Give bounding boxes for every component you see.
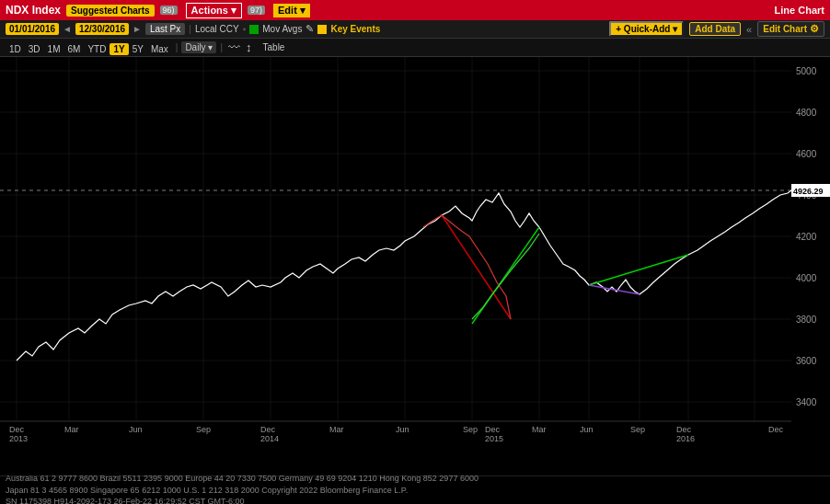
x-label-dec2014: Dec [260,425,276,434]
top-bar: NDX Index Suggested Charts 96) Actions ▾… [0,0,830,20]
date-from[interactable]: 01/01/2016 [6,23,59,35]
period-btn-5y[interactable]: 5Y [129,43,147,55]
bottom-line-3: SN 1175398 H914-2092-173 26-Feb-22 16:29… [6,496,824,504]
y-label-3400: 3400 [796,397,817,407]
period-btn-1d[interactable]: 1D [6,43,25,55]
x-label-2014: 2014 [260,434,279,443]
quick-add-button[interactable]: + Quick-Add ▾ [609,21,684,37]
edit-chart-label: Edit Chart [763,24,807,34]
x-label-dec2: Dec [768,425,784,434]
bottom-line-2: Japan 81 3 4565 8900 Singapore 65 6212 1… [6,485,824,497]
daily-button[interactable]: Daily ▾ [181,41,216,53]
chart-title: NDX Index [6,4,61,17]
purple-trend-line [589,285,640,294]
second-bar: 01/01/2016 ◄ 12/30/2016 ► Last Px | Loca… [0,20,830,39]
main-price-line [17,190,791,361]
pencil-icon[interactable]: ✎ [305,23,314,35]
second-bar-right: + Quick-Add ▾ Add Data « Edit Chart ⚙ [609,21,824,37]
y-label-4600: 4600 [796,149,817,159]
x-label-2016: 2016 [676,434,695,443]
price-tag-value: 4926.29 [793,187,824,196]
period-btn-1m[interactable]: 1M [44,43,64,55]
chart-type-buttons: 〰 ↕ [226,40,254,54]
y-label-3800: 3800 [796,315,817,325]
key-events-color-box [317,25,327,34]
y-label-4800: 4800 [796,108,817,118]
x-label-dec2015: Dec [485,425,501,434]
red-ma-line [423,215,511,319]
y-label-4000: 4000 [796,273,817,283]
x-label-dec2013: Dec [9,425,25,434]
last-px-label[interactable]: Last Px [145,23,185,35]
suggested-charts-button[interactable]: Suggested Charts [66,5,155,17]
chart-svg: 5000 4800 4600 4400 4200 4000 3800 3600 … [0,57,830,475]
edit-chart-button[interactable]: Edit Chart ⚙ [757,21,824,37]
x-label-mar2016: Mar [532,425,547,434]
date-left-arrow[interactable]: ◄ [63,24,72,34]
red-trend-line [442,215,511,319]
x-label-sep2014: Sep [196,425,211,434]
x-label-dec2016: Dec [676,425,692,434]
y-label-3600: 3600 [796,356,817,366]
green-trend-line-2 [589,255,688,285]
gear-icon: ⚙ [810,23,819,35]
x-label-sep2016: Sep [630,425,645,434]
actions-button[interactable]: Actions ▾ [186,3,242,18]
y-label-4200: 4200 [796,232,817,242]
x-label-mar2015: Mar [329,425,344,434]
table-button[interactable]: Table [263,42,285,52]
add-data-button[interactable]: Add Data [689,22,741,36]
period-btn-6m[interactable]: 6M [64,43,85,55]
edit-badge: 97) [248,6,265,15]
x-label-2013: 2013 [9,434,28,443]
third-bar: 1D3D1M6MYTD1Y5YMax | Daily ▾ | 〰 ↕ Table [0,39,830,57]
period-btn-3d[interactable]: 3D [25,43,44,55]
double-arrow-icon[interactable]: « [746,24,752,35]
bottom-bar: Australia 61 2 9777 8600 Brazil 5511 239… [0,475,830,504]
x-label-mar2014: Mar [64,425,79,434]
x-label-2015: 2015 [485,434,503,443]
edit-button[interactable]: Edit ▾ [273,4,310,17]
period-btn-max[interactable]: Max [147,43,172,55]
key-events-label[interactable]: Key Events [330,24,380,34]
chart-type-label: Line Chart [775,5,824,16]
x-label-jun2016: Jun [580,425,594,434]
x-label-jun2014: Jun [129,425,143,434]
period-btn-1y[interactable]: 1Y [110,43,128,55]
period-buttons-group: 1D3D1M6MYTD1Y5YMax [6,40,172,56]
period-btn-ytd[interactable]: YTD [84,43,110,55]
mov-avgs-color-box [249,25,259,34]
sep1: | [189,24,191,34]
x-label-jun2015: Jun [396,425,409,434]
x-label-sep2015: Sep [463,425,478,434]
mov-avgs-label[interactable]: Mov Avgs [262,24,302,34]
y-label-5000: 5000 [796,66,817,76]
sep2: ▪ [243,24,247,34]
date-right-arrow[interactable]: ► [133,24,142,34]
local-ccy-label[interactable]: Local CCY [195,24,239,34]
date-to[interactable]: 12/30/2016 [75,23,129,35]
chart-area: 5000 4800 4600 4400 4200 4000 3800 3600 … [0,57,830,475]
actions-badge: 96) [160,6,178,15]
line-chart-icon-button[interactable]: 〰 [226,40,242,54]
bar-chart-icon-button[interactable]: ↕ [244,40,254,54]
